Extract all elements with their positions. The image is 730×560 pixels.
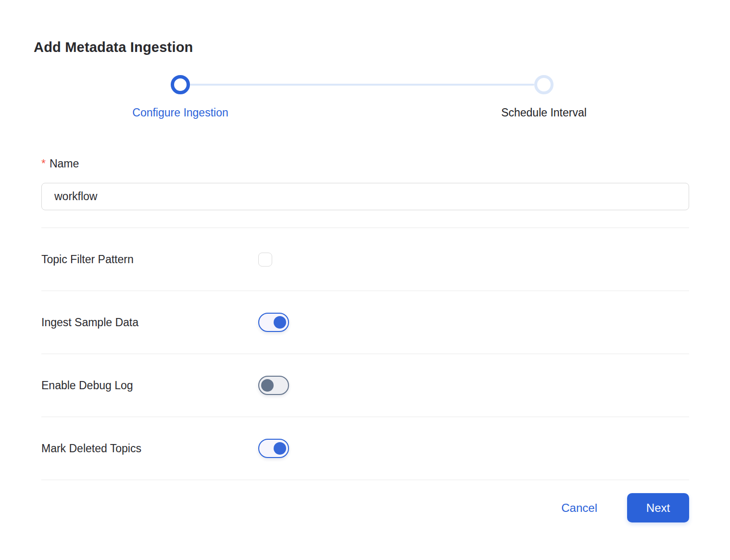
name-input[interactable]: [41, 183, 689, 210]
required-asterisk: *: [41, 155, 46, 172]
footer-actions: Cancel Next: [41, 480, 689, 522]
row-topic-filter-pattern: Topic Filter Pattern: [41, 228, 689, 291]
toggle-knob: [261, 379, 274, 392]
step-circle-schedule-interval[interactable]: [534, 75, 554, 94]
toggle-knob: [274, 442, 286, 455]
name-field-label-text: Name: [50, 155, 79, 172]
next-button[interactable]: Next: [627, 493, 689, 522]
topic-filter-pattern-checkbox[interactable]: [258, 253, 272, 267]
stepper-connector-line: [190, 84, 534, 86]
step-label-configure-ingestion: Configure Ingestion: [132, 106, 228, 119]
name-field-label: * Name: [41, 155, 689, 172]
options-list: Topic Filter Pattern Ingest Sample Data …: [41, 228, 689, 480]
row-ingest-sample-data: Ingest Sample Data: [41, 291, 689, 354]
mark-deleted-topics-toggle[interactable]: [258, 439, 289, 458]
add-metadata-ingestion-panel: Add Metadata Ingestion Configure Ingesti…: [0, 39, 730, 522]
stepper: Configure Ingestion Schedule Interval: [41, 66, 689, 128]
row-enable-debug-log: Enable Debug Log: [41, 354, 689, 417]
topic-filter-pattern-label: Topic Filter Pattern: [41, 253, 258, 266]
mark-deleted-topics-label: Mark Deleted Topics: [41, 442, 258, 455]
step-circle-configure-ingestion[interactable]: [171, 75, 190, 94]
enable-debug-log-label: Enable Debug Log: [41, 379, 258, 392]
enable-debug-log-toggle[interactable]: [258, 376, 289, 395]
toggle-knob: [274, 316, 286, 329]
ingest-sample-data-label: Ingest Sample Data: [41, 316, 258, 329]
ingest-sample-data-toggle[interactable]: [258, 313, 289, 332]
row-mark-deleted-topics: Mark Deleted Topics: [41, 417, 689, 480]
cancel-button[interactable]: Cancel: [561, 501, 597, 515]
page-title: Add Metadata Ingestion: [34, 39, 689, 55]
step-label-schedule-interval: Schedule Interval: [501, 106, 587, 119]
